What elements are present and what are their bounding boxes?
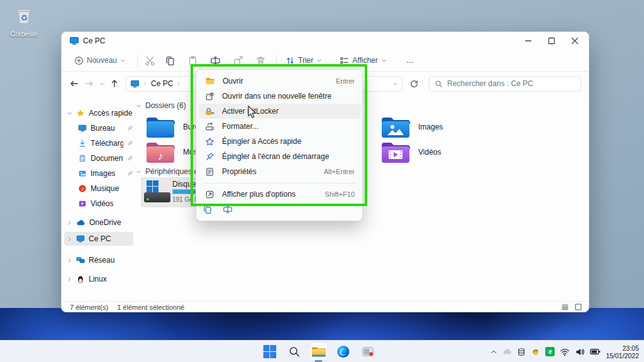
system-tray: e 23:05 15/01/2022 <box>490 341 639 362</box>
history-chevron-button[interactable] <box>97 76 107 91</box>
search-placeholder: Rechercher dans : Ce PC <box>447 79 533 88</box>
chevron-down-icon[interactable] <box>136 103 142 109</box>
view-icon <box>340 56 349 65</box>
battery-icon[interactable] <box>590 346 601 357</box>
sidebar-item-bureau[interactable]: Bureau <box>64 121 133 135</box>
chevron-down-icon[interactable] <box>136 169 142 175</box>
chevron-right-icon[interactable] <box>67 258 72 263</box>
sidebar-item-documents[interactable]: Documents <box>64 151 133 165</box>
delete-button[interactable] <box>252 52 269 69</box>
title-bar[interactable]: Ce PC <box>62 32 589 50</box>
paste-button[interactable] <box>184 52 201 69</box>
minimize-button[interactable] <box>516 32 540 49</box>
forward-button[interactable] <box>82 76 97 91</box>
drive-free-space: 191 Go li <box>172 196 197 203</box>
rename-button[interactable] <box>207 52 223 69</box>
folder-tile-videos[interactable]: Vidéos <box>381 140 441 165</box>
video-icon <box>78 199 87 208</box>
new-button[interactable]: Nouveau <box>70 53 130 68</box>
sidebar-item-reseau[interactable]: Réseau <box>64 253 133 267</box>
chevron-right-icon[interactable] <box>67 220 72 226</box>
maximize-button[interactable] <box>540 32 563 49</box>
thumbnail-view-button[interactable] <box>574 303 582 311</box>
up-button[interactable] <box>107 76 122 91</box>
wifi-icon[interactable] <box>560 347 570 357</box>
menu-quick-actions <box>203 204 233 214</box>
desktop: ♻ Corbeille Ce PC Nouveau <box>0 0 644 362</box>
close-button[interactable] <box>563 32 586 49</box>
menu-item-epingler-acces-rapide[interactable]: Épingler à Accès rapide <box>199 134 361 149</box>
view-button-label: Afficher <box>352 56 377 65</box>
sidebar-item-label: Linux <box>89 275 133 283</box>
this-pc-icon <box>69 36 79 46</box>
see-more-button[interactable]: … <box>402 52 418 69</box>
onedrive-cloud-icon <box>76 218 86 228</box>
menu-item-activer-bitlocker[interactable]: Activer BitLocker <box>199 104 361 119</box>
search-button[interactable] <box>284 342 303 361</box>
more-options-icon <box>205 190 214 199</box>
sidebar-item-videos[interactable]: Vidéos <box>64 197 133 211</box>
search-icon <box>435 80 443 88</box>
menu-item-proprietes[interactable]: Propriétés Alt+Entrer <box>199 164 361 179</box>
share-button[interactable] <box>230 52 246 69</box>
menu-item-epingler-demarrage[interactable]: Épingler à l'écran de démarrage <box>199 149 361 164</box>
back-button[interactable] <box>67 76 82 91</box>
view-button[interactable]: Afficher <box>336 53 390 68</box>
menu-item-afficher-plus-options[interactable]: Afficher plus d'options Shift+F10 <box>199 187 361 202</box>
chevron-right-icon[interactable] <box>67 236 72 242</box>
caption-buttons <box>516 32 586 49</box>
recycle-bin-desktop-icon[interactable]: ♻ Corbeille <box>8 5 40 38</box>
sidebar-item-musique[interactable]: ♪ Musique <box>64 182 133 195</box>
chevron-right-icon[interactable] <box>67 277 72 282</box>
volume-icon[interactable] <box>575 347 585 357</box>
menu-item-label: Ouvrir <box>223 77 243 85</box>
cut-button[interactable] <box>142 52 158 69</box>
sidebar-item-label: Images <box>91 169 123 178</box>
address-dropdown-chevron[interactable] <box>392 81 398 87</box>
this-pc-icon <box>130 79 140 89</box>
hidden-icons-chevron[interactable] <box>490 348 497 356</box>
pin-icon <box>127 140 133 146</box>
start-button[interactable] <box>260 342 279 361</box>
chevron-down-icon[interactable] <box>67 111 72 116</box>
sort-button-label: Trier <box>298 56 313 65</box>
sidebar-item-ce-pc[interactable]: Ce PC <box>64 232 133 246</box>
properties-icon <box>205 167 214 177</box>
sidebar-item-onedrive[interactable]: OneDrive <box>64 216 133 229</box>
file-explorer-taskbar-button[interactable] <box>309 342 328 361</box>
edge-browser-button[interactable] <box>333 342 352 361</box>
menu-separator <box>203 183 357 184</box>
clock-time: 23:05 <box>623 344 639 352</box>
new-button-label: Nouveau <box>87 56 117 65</box>
sidebar-item-quick-access[interactable]: Accès rapide <box>64 106 133 120</box>
toolbar-separator <box>137 54 138 67</box>
sidebar-item-images[interactable]: Images <box>64 167 133 180</box>
sidebar-item-linux[interactable]: Linux <box>64 272 133 286</box>
open-new-window-icon <box>205 92 214 101</box>
menu-item-ouvrir-nouvelle-fenetre[interactable]: Ouvrir dans une nouvelle fenêtre <box>199 89 361 104</box>
app-tray-icon-green-e[interactable]: e <box>545 347 555 356</box>
copy-button[interactable] <box>162 52 178 69</box>
details-view-button[interactable] <box>561 303 569 311</box>
copy-icon[interactable] <box>203 204 213 214</box>
plus-circle-icon <box>74 56 84 65</box>
menu-item-label: Propriétés <box>222 167 257 176</box>
clock[interactable]: 23:05 15/01/2022 <box>606 344 639 359</box>
chevron-down-icon <box>316 58 322 63</box>
sort-button[interactable]: Trier <box>282 53 326 68</box>
breadcrumb-item-ce-pc[interactable]: Ce PC <box>151 79 173 88</box>
menu-item-ouvrir[interactable]: Ouvrir Entrer <box>199 74 361 89</box>
folders-section-header[interactable]: Dossiers (6) <box>136 101 186 110</box>
sidebar-item-label: Bureau <box>91 124 123 133</box>
folder-tile-images[interactable]: Images <box>381 114 443 140</box>
sidebar-item-telechargements[interactable]: Téléchargements <box>64 136 133 150</box>
refresh-button[interactable] <box>406 76 421 91</box>
app-tray-icon-yellow[interactable] <box>531 347 540 356</box>
media-app-button[interactable] <box>358 342 377 361</box>
search-box[interactable]: Rechercher dans : Ce PC <box>429 76 581 92</box>
folder-bureau-icon <box>146 115 175 139</box>
cloud-tray-icon[interactable] <box>502 347 512 356</box>
menu-item-formater[interactable]: Formater... <box>199 119 361 134</box>
stack-tray-icon[interactable] <box>517 348 526 356</box>
rename-icon[interactable] <box>223 204 233 214</box>
